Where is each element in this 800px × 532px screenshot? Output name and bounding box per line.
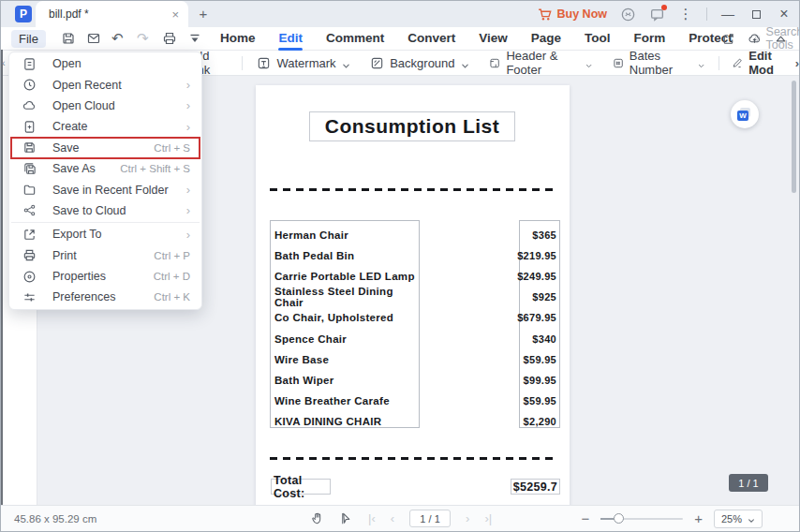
chevron-down-icon — [342, 59, 350, 67]
menu-tab-tool[interactable]: Tool — [585, 27, 611, 51]
background-icon — [370, 56, 384, 70]
total-value-textbox[interactable]: $5259.7 — [511, 479, 560, 495]
header-footer-icon — [489, 56, 500, 70]
hand-tool-icon[interactable] — [310, 511, 324, 525]
zoom-slider[interactable] — [600, 518, 683, 520]
bates-number-button[interactable]: Bates Number — [613, 49, 705, 77]
item-name: Carrie Portable LED Lamp — [274, 266, 419, 287]
rewards-icon[interactable] — [620, 7, 636, 22]
item-price: $59.95 — [520, 391, 556, 411]
edit-mode-button[interactable]: Edit Mod › — [732, 49, 799, 77]
customize-toolbar-icon[interactable] — [187, 31, 202, 46]
chevron-down-icon — [698, 59, 704, 67]
prev-page-icon[interactable]: ‹ — [391, 511, 394, 525]
file-menu-item-preferences[interactable]: PreferencesCtrl + K — [9, 287, 201, 307]
page-number-input[interactable]: 1 / 1 — [409, 510, 451, 527]
page-number-badge: 1 / 1 — [729, 474, 768, 492]
file-menu-item-label: Print — [52, 249, 154, 262]
file-menu-item-open-cloud[interactable]: Open Cloud› — [9, 96, 201, 116]
submenu-arrow-icon: › — [186, 120, 190, 134]
tab-title: bill.pdf * — [49, 7, 171, 21]
header-footer-label: Header & Footer — [506, 49, 579, 77]
menu-tab-home[interactable]: Home — [220, 27, 256, 51]
item-name: Herman Chair — [274, 225, 419, 245]
zoom-level-dropdown[interactable]: 25% — [714, 510, 763, 528]
item-name: Bath Wiper — [274, 370, 419, 391]
file-menu-item-open[interactable]: Open — [9, 53, 201, 74]
first-page-icon[interactable]: |‹ — [368, 511, 376, 525]
zoom-slider-thumb[interactable] — [614, 513, 624, 524]
item-name: KIVA DINING CHAIR — [274, 411, 419, 432]
folder-icon — [22, 183, 37, 197]
pdf-page[interactable]: Consumption List Herman ChairBath Pedal … — [256, 85, 570, 507]
new-tab-button[interactable]: + — [194, 5, 213, 23]
watermark-button[interactable]: Watermark — [257, 56, 349, 70]
file-menu-button[interactable]: File — [11, 30, 46, 48]
titlebar: P bill.pdf * × + Buy Now ⋮ — × — [1, 1, 799, 27]
background-button[interactable]: Background — [370, 56, 468, 70]
select-tool-icon[interactable] — [339, 511, 353, 525]
file-menu-item-label: Save — [52, 141, 154, 155]
chevron-down-icon — [748, 515, 755, 523]
file-menu-item-save-as[interactable]: Save AsCtrl + Shift + S — [9, 158, 201, 179]
minimize-button[interactable]: — — [720, 7, 735, 22]
file-menu-item-properties[interactable]: PropertiesCtrl + D — [9, 266, 201, 287]
more-menu-icon[interactable]: ⋮ — [678, 7, 693, 22]
item-price: $2,290 — [520, 411, 556, 432]
menu-tab-page[interactable]: Page — [531, 27, 561, 51]
file-menu-item-export-to[interactable]: Export To› — [9, 224, 201, 244]
menu-tab-comment[interactable]: Comment — [326, 27, 384, 51]
zoom-out-button[interactable]: − — [581, 510, 589, 526]
file-menu-list: OpenOpen Recent›Open Cloud›Create›SaveCt… — [9, 53, 201, 308]
share-icon[interactable] — [721, 32, 735, 46]
vertical-scrollbar[interactable] — [792, 81, 796, 193]
submenu-arrow-icon: › — [186, 78, 190, 92]
close-window-button[interactable]: × — [777, 7, 792, 22]
sliders-icon — [22, 290, 37, 304]
file-menu-item-save-in-recent-folder[interactable]: Save in Recent Folder› — [9, 179, 201, 200]
maximize-button[interactable] — [748, 7, 763, 22]
dashed-divider — [270, 188, 553, 191]
next-page-icon[interactable]: › — [466, 511, 469, 525]
total-label-textbox[interactable]: Total Cost: — [271, 479, 331, 495]
doclines-icon — [22, 57, 37, 71]
item-prices-textbox[interactable]: $365$219.95$249.95$925$679.95$340$59.95$… — [519, 220, 560, 428]
quick-save-icon[interactable] — [61, 31, 76, 46]
quick-print-icon[interactable] — [162, 31, 177, 46]
item-names-textbox[interactable]: Herman ChairBath Pedal BinCarrie Portabl… — [270, 220, 420, 428]
doc-title-textbox[interactable]: Consumption List — [309, 111, 515, 141]
shortcut-hint: Ctrl + S — [154, 142, 190, 154]
notifications-icon[interactable] — [649, 7, 665, 22]
undo-icon[interactable]: ↶ — [111, 31, 126, 46]
email-icon[interactable] — [86, 31, 101, 46]
file-menu-item-label: Properties — [52, 270, 154, 283]
file-menu-item-save-to-cloud[interactable]: Save to Cloud› — [9, 200, 201, 221]
file-menu-item-open-recent[interactable]: Open Recent› — [9, 74, 201, 95]
file-menu-dropdown: OpenOpen Recent›Open Cloud›Create›SaveCt… — [8, 52, 202, 310]
collapse-ribbon-icon[interactable] — [774, 32, 788, 46]
zoom-in-button[interactable]: + — [694, 510, 703, 526]
menu-tab-convert[interactable]: Convert — [407, 27, 455, 51]
redo-icon[interactable]: ↷ — [137, 31, 152, 46]
last-page-icon[interactable]: ›| — [484, 511, 492, 525]
file-menu-item-create[interactable]: Create› — [9, 116, 201, 137]
menu-tab-form[interactable]: Form — [634, 27, 666, 51]
convert-to-word-button[interactable]: W — [731, 100, 759, 128]
buy-now-button[interactable]: Buy Now — [537, 7, 607, 22]
panel-collapse-icon[interactable]: ‹ — [2, 57, 6, 68]
file-menu-item-label: Save in Recent Folder — [52, 184, 186, 197]
fit-window-icon[interactable] — [774, 511, 788, 525]
file-menu-item-print[interactable]: PrintCtrl + P — [9, 245, 201, 266]
cloud-upload-icon[interactable] — [748, 32, 762, 46]
header-footer-button[interactable]: Header & Footer — [489, 49, 592, 77]
document-tab[interactable]: bill.pdf * × — [36, 1, 188, 27]
menu-tab-view[interactable]: View — [479, 27, 508, 51]
fileplus-icon — [22, 120, 37, 134]
bates-number-icon — [613, 56, 624, 70]
floppy2-icon — [22, 162, 37, 176]
file-menu-item-save[interactable]: SaveCtrl + S — [9, 138, 201, 158]
tab-close-icon[interactable]: × — [171, 7, 179, 22]
app-logo-icon: P — [15, 6, 32, 22]
dashed-divider — [270, 457, 553, 460]
menu-tab-edit[interactable]: Edit — [278, 27, 303, 51]
